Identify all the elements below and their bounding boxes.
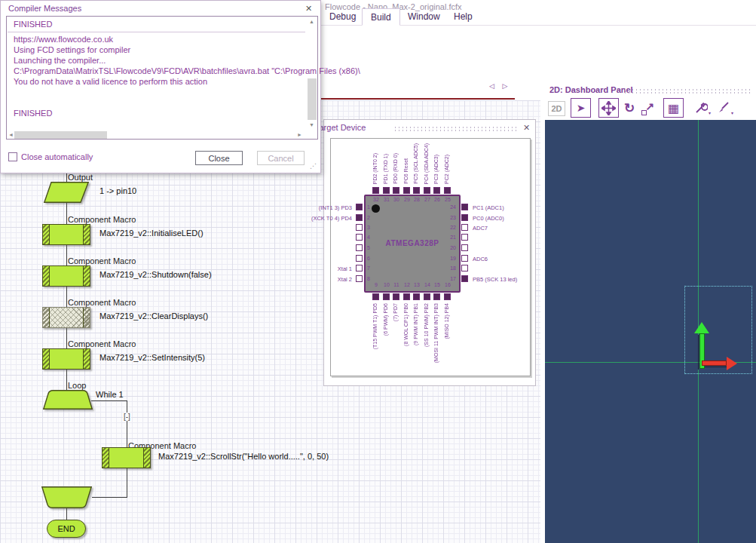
dropdown-icon: ▾ <box>731 110 733 115</box>
compiler-output: FINISHED https://www.flowcode.co.uk Usin… <box>6 16 318 140</box>
loop-start-shape[interactable] <box>43 390 93 410</box>
flow-step-label: Component Macro <box>68 339 136 348</box>
grid-table-button[interactable]: ▦ <box>663 98 684 118</box>
flow-step-text: While 1 <box>96 390 124 399</box>
close-icon[interactable]: ✕ <box>305 4 312 14</box>
pin-number: 26 <box>433 197 442 202</box>
pin-number: 20 <box>444 245 456 250</box>
target-device-panel: Target Device ✕ ATMEGA328P 32 31 30 29 2… <box>323 119 536 386</box>
panel-drag-texture[interactable] <box>393 126 517 132</box>
pin-23 <box>461 214 468 221</box>
pin-number: 4 <box>367 235 370 240</box>
pin-number: 15 <box>433 282 442 287</box>
scroll-down-icon[interactable]: ▼ <box>309 122 314 127</box>
pin-6 <box>356 255 363 262</box>
pin-label: (SS 10 PWM) PB2 <box>423 303 430 347</box>
pin-20 <box>461 244 468 251</box>
pin-1 <box>356 204 363 210</box>
pin-label: PC6 Reset <box>402 158 410 184</box>
pin-11 <box>393 293 399 300</box>
flow-step-label: Output <box>68 173 93 182</box>
message-line: https://www.flowcode.co.uk <box>14 35 113 44</box>
end-shape[interactable]: END <box>47 520 86 538</box>
pin-10 <box>383 293 390 300</box>
pin-17 <box>461 275 468 282</box>
move-tool-button[interactable] <box>598 98 619 118</box>
flow-step-label: Component Macro <box>68 215 136 224</box>
brush-tool-button[interactable]: ▾ <box>714 99 733 117</box>
pin-29 <box>403 187 410 194</box>
resize-grip-icon[interactable]: ⋰ <box>310 162 317 170</box>
dashboard-panel-title: 2D: Dashboard Panel <box>549 85 633 94</box>
2d-mode-label: 2D <box>548 101 565 116</box>
x-axis-arrow <box>702 360 727 366</box>
pin-label: PC1 (ADC1) <box>473 204 504 211</box>
pin-32 <box>372 187 379 194</box>
pin-label: PC2 (ADC2) <box>443 155 451 184</box>
message-line: Launching the compiler... <box>14 56 106 65</box>
menu-item-help[interactable]: Help <box>454 11 473 22</box>
menu-item-build[interactable]: Build <box>362 8 400 26</box>
move-icon <box>601 101 616 115</box>
pin-label: PD1 (TXD 1) <box>382 154 390 184</box>
pin-number: 32 <box>372 197 381 202</box>
close-button[interactable]: Close <box>195 151 243 165</box>
pin-label: PC3 (ADC3) <box>433 155 440 184</box>
pin-2 <box>356 214 363 221</box>
component-macro-shape[interactable] <box>42 265 90 287</box>
scroll-right-icon[interactable]: ► <box>297 132 302 137</box>
divider <box>8 32 305 32</box>
pin-number: 6 <box>367 256 370 261</box>
collapse-icon[interactable]: [-] <box>123 413 131 421</box>
pin-number: 19 <box>444 256 456 261</box>
dropdown-icon: ▾ <box>709 110 711 115</box>
pin-4 <box>356 234 363 241</box>
pin-label: (7) PD7 <box>392 303 399 321</box>
component-macro-shape[interactable] <box>42 224 90 245</box>
loop-end-shape[interactable] <box>41 486 92 508</box>
pin-label: (8 WOL CP1) PB0 <box>402 303 410 346</box>
chip-diagram: ATMEGA328P 32 31 30 29 28 27 26 25 PD2 (… <box>330 138 531 376</box>
component-macro-shape[interactable] <box>102 447 151 468</box>
select-tool-button[interactable]: ➤ <box>571 98 591 118</box>
vertical-scrollbar-thumb[interactable] <box>308 78 317 120</box>
pin-15 <box>433 293 440 300</box>
close-automatically-checkbox[interactable] <box>8 152 17 161</box>
pin-number: 5 <box>367 245 370 250</box>
rotate-icon: ↻ <box>624 100 635 116</box>
scroll-left-icon[interactable]: ◄ <box>8 132 14 137</box>
cancel-button: Cancel <box>257 151 305 165</box>
pin-26 <box>433 187 440 194</box>
pin-number: 9 <box>372 282 381 287</box>
dashboard-canvas[interactable] <box>545 120 756 543</box>
component-macro-shape-disabled[interactable] <box>42 307 90 328</box>
pin-8 <box>356 275 363 282</box>
component-macro-shape[interactable] <box>42 348 90 370</box>
rotate-tool-button[interactable]: ↻ <box>621 99 638 117</box>
pin-number: 30 <box>392 197 401 202</box>
menu-item-window[interactable]: Window <box>408 11 440 22</box>
pin-9 <box>372 293 379 300</box>
pin-number: 18 <box>444 265 456 271</box>
pin-number: 16 <box>443 282 452 287</box>
pin-24 <box>461 204 468 210</box>
panel-drag-texture[interactable] <box>623 88 753 94</box>
pin-number: 25 <box>443 197 452 202</box>
wrench-tool-button[interactable]: ▾ <box>691 99 711 117</box>
pin-number: 22 <box>444 225 456 230</box>
horizontal-scrollbar-thumb[interactable] <box>14 131 107 139</box>
resize-tool-button[interactable]: ↗ <box>640 99 657 117</box>
wrench-icon <box>694 101 708 115</box>
scroll-up-icon[interactable]: ▲ <box>309 19 314 24</box>
pin-number: 12 <box>402 282 412 287</box>
menu-item-debug[interactable]: Debug <box>329 11 356 22</box>
pin1-indicator-dot <box>372 204 380 213</box>
tab-scroll-arrows-icon[interactable]: ◁ ▷ <box>489 82 510 90</box>
pin-number: 21 <box>444 235 456 240</box>
output-shape[interactable] <box>44 182 89 203</box>
flow-step-label: Component Macro <box>68 298 136 307</box>
connector-loop-branch-bottom <box>92 497 127 498</box>
close-icon[interactable]: ✕ <box>523 123 530 133</box>
pin-number: 29 <box>402 197 412 202</box>
pin-number: 3 <box>367 225 370 230</box>
